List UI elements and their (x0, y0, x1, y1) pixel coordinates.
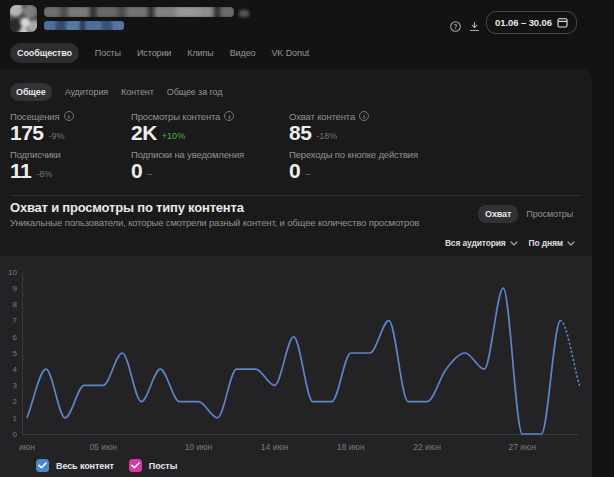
toggle-prosmotry[interactable]: Просмотры (526, 209, 573, 219)
tab-vk-donut[interactable]: VK Donut (271, 48, 309, 58)
community-subtitle-blurred[interactable] (44, 21, 124, 30)
info-icon[interactable]: i (224, 111, 234, 121)
tab-istorii[interactable]: Истории (137, 48, 171, 58)
stat-podpiski-uvedomleniya: Подписки на уведомления 0– (131, 148, 289, 180)
subtab-obshchee[interactable]: Общее (10, 83, 52, 101)
divider (10, 195, 581, 196)
svg-text:5: 5 (13, 349, 18, 358)
audience-filter[interactable]: Вся аудитория (445, 238, 518, 248)
calendar-icon (557, 17, 568, 28)
svg-text:июн: июн (19, 442, 35, 452)
svg-text:10: 10 (8, 268, 17, 277)
svg-text:05 июн: 05 июн (89, 442, 117, 452)
stat-label: Просмотры контента (131, 111, 220, 122)
stat-delta: -8% (36, 169, 52, 179)
tab-video[interactable]: Видео (230, 48, 256, 58)
stats-card: Общее Аудитория Контент Общее за год Пос… (0, 69, 592, 477)
stat-label: Посещения (10, 111, 60, 122)
stat-value: 0 (289, 161, 300, 180)
chart-filters: Вся аудитория По дням (445, 238, 575, 248)
section-title: Охват и просмотры по типу контента (10, 200, 244, 215)
avatar-blur (10, 5, 37, 32)
stat-label: Подписки на уведомления (131, 149, 244, 160)
legend-ves-kontent[interactable]: Весь контент (36, 459, 114, 472)
tab-soobshchestvo[interactable]: Сообщество (10, 43, 79, 63)
svg-text:22 июн: 22 июн (413, 442, 441, 452)
stat-poseshcheniya: Посещенияi 175-9% (10, 110, 131, 142)
svg-text:?: ? (454, 23, 458, 30)
stat-delta: – (147, 169, 152, 179)
stat-value: 85 (289, 123, 311, 142)
community-avatar[interactable] (10, 5, 37, 32)
svg-text:6: 6 (13, 333, 18, 342)
svg-text:0: 0 (13, 430, 18, 439)
svg-text:4: 4 (13, 365, 18, 374)
tab-posty[interactable]: Посты (95, 48, 121, 58)
checkmark-icon (131, 462, 140, 469)
line-chart[interactable]: 012345678910июн05 июн10 июн14 июн18 июн2… (0, 256, 592, 477)
svg-text:27 июн: 27 июн (508, 442, 536, 452)
stat-delta: -9% (49, 131, 65, 141)
legend-posty[interactable]: Посты (129, 459, 177, 472)
reach-views-toggle: Охват Просмотры (478, 205, 573, 223)
checkmark-icon (38, 462, 47, 469)
svg-text:2: 2 (13, 397, 18, 406)
stat-value: 0 (131, 161, 142, 180)
stat-value: 11 (10, 161, 31, 180)
stats-grid: Посещенияi 175-9% Просмотры контентаi 2K… (10, 110, 418, 180)
svg-text:1: 1 (13, 414, 18, 423)
info-icon[interactable]: i (64, 111, 74, 121)
chevron-down-icon (510, 241, 518, 246)
download-icon[interactable] (469, 18, 480, 29)
legend-label: Весь контент (56, 461, 114, 471)
title-badge-blurred (239, 10, 249, 17)
svg-text:3: 3 (13, 381, 18, 390)
stat-value: 2K (131, 123, 157, 142)
chart-legend: Весь контент Посты (36, 459, 177, 472)
info-icon[interactable]: i (359, 111, 369, 121)
svg-text:14 июн: 14 июн (261, 442, 289, 452)
checkbox-checked[interactable] (36, 459, 49, 472)
stat-prosmotry: Просмотры контентаi 2K+10% (131, 110, 289, 142)
date-range-picker[interactable]: 01.06 – 30.06 (486, 11, 577, 34)
date-range-label: 01.06 – 30.06 (495, 17, 552, 28)
svg-text:18 июн: 18 июн (337, 442, 365, 452)
checkbox-checked[interactable] (129, 459, 142, 472)
sub-tabs: Общее Аудитория Контент Общее за год (10, 83, 222, 101)
legend-label: Посты (149, 461, 177, 471)
stat-delta: +10% (162, 131, 185, 141)
svg-text:9: 9 (13, 284, 18, 293)
svg-text:8: 8 (13, 300, 18, 309)
section-subtitle: Уникальные пользователи, которые смотрел… (10, 217, 419, 228)
main-tabs: Сообщество Посты Истории Клипы Видео VK … (10, 43, 309, 63)
stat-value: 175 (10, 123, 44, 142)
help-icon[interactable]: ? (450, 18, 461, 29)
stat-delta: – (305, 169, 310, 179)
tab-klipy[interactable]: Клипы (187, 48, 213, 58)
subtab-auditoriya[interactable]: Аудитория (65, 87, 108, 97)
subtab-kontent[interactable]: Контент (121, 87, 154, 97)
svg-text:7: 7 (13, 316, 18, 325)
community-title-blurred (44, 7, 234, 17)
svg-text:10 июн: 10 июн (185, 442, 213, 452)
stat-podpischiki: Подписчики 11-8% (10, 148, 131, 180)
stat-okhvat: Охват контентаi 85-18% (289, 110, 418, 142)
stat-label: Охват контента (289, 111, 355, 122)
stat-label: Переходы по кнопке действия (289, 149, 418, 160)
subtab-obshchee-za-god[interactable]: Общее за год (167, 87, 223, 97)
chevron-down-icon (567, 241, 575, 246)
stat-label: Подписчики (10, 149, 61, 160)
granularity-filter[interactable]: По дням (529, 238, 575, 248)
chart-area: 012345678910июн05 июн10 июн14 июн18 июн2… (0, 256, 592, 477)
stat-delta: -18% (316, 131, 337, 141)
stat-perekhody-knopka: Переходы по кнопке действия 0– (289, 148, 418, 180)
toggle-okhvat[interactable]: Охват (478, 205, 518, 223)
